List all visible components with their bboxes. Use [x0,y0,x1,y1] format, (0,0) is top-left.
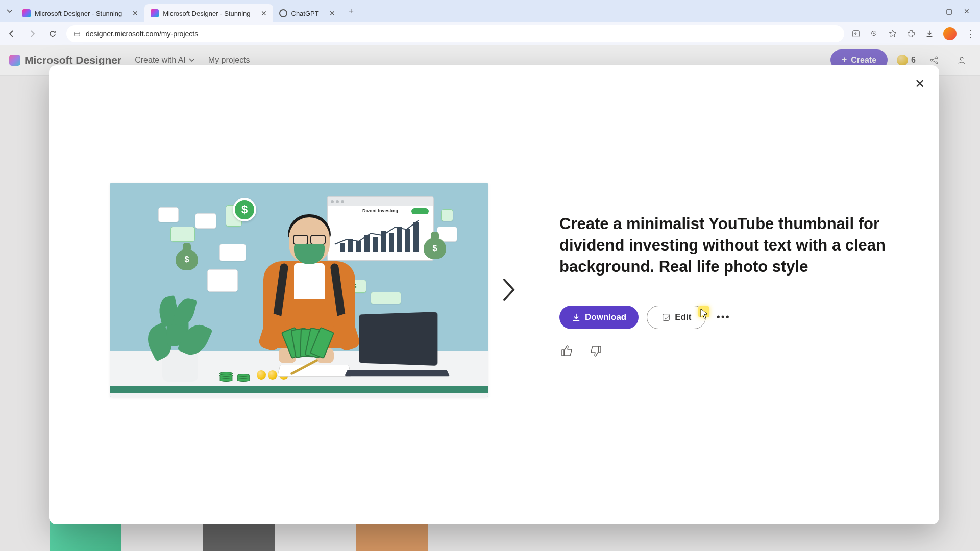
action-row: Download Edit ••• [559,306,906,329]
browser-tab-2[interactable]: ChatGPT ✕ [273,4,341,22]
download-icon [572,313,581,322]
extensions-icon[interactable] [906,29,916,38]
maximize-icon[interactable]: ▢ [946,7,952,15]
tab-title: Microsoft Designer - Stunning [35,10,122,17]
prompt-text: Create a minimalist YouTube thumbnail fo… [559,213,906,278]
zoom-icon[interactable] [870,29,879,38]
browser-tab-strip: Microsoft Designer - Stunning ✕ Microsof… [0,0,980,22]
close-window-icon[interactable]: ✕ [964,7,970,15]
divider [559,293,906,293]
svg-rect-0 [75,32,80,36]
install-app-icon[interactable] [851,29,861,38]
design-preview-image[interactable]: Divont Investing [110,183,488,397]
preview-container: Divont Investing [110,183,488,397]
tab-close-icon[interactable]: ✕ [329,9,335,17]
new-tab-button[interactable]: + [345,5,358,18]
design-details-panel: Create a minimalist YouTube thumbnail fo… [559,183,906,359]
minimize-icon[interactable]: ― [927,7,935,15]
next-image-button[interactable] [497,278,521,302]
tab-title: Microsoft Designer - Stunning [163,10,250,17]
toolbar-right: ⋮ [851,27,975,40]
site-info-icon[interactable] [74,30,81,37]
browser-tab-0[interactable]: Microsoft Designer - Stunning ✕ [16,4,144,22]
feedback-row [559,343,906,359]
url-field[interactable]: designer.microsoft.com/my-projects [66,25,844,42]
close-modal-button[interactable]: ✕ [911,74,929,93]
tab-close-icon[interactable]: ✕ [261,9,267,17]
profile-avatar[interactable] [943,27,957,40]
browser-address-bar: designer.microsoft.com/my-projects ⋮ [0,22,980,45]
tab-title: ChatGPT [291,10,319,17]
edit-button[interactable]: Edit [647,306,706,329]
browser-tab-1[interactable]: Microsoft Designer - Stunning ✕ [144,4,273,22]
edit-icon [662,313,671,322]
app-viewport: Microsoft Designer Create with AI My pro… [0,45,980,551]
kebab-menu-icon[interactable]: ⋮ [966,28,975,39]
designer-favicon [151,9,159,17]
downloads-icon[interactable] [925,29,934,38]
chatgpt-favicon [279,9,287,17]
tab-search-dropdown[interactable] [3,5,16,18]
cursor-highlight [698,306,709,317]
svg-line-4 [876,35,878,37]
thumbs-down-button[interactable] [588,343,603,359]
nav-back-button[interactable] [5,27,18,40]
thumbs-up-button[interactable] [559,343,575,359]
bookmark-star-icon[interactable] [888,29,897,38]
tab-close-icon[interactable]: ✕ [132,9,138,17]
reload-button[interactable] [46,27,59,40]
chevron-down-icon [7,8,13,14]
url-text: designer.microsoft.com/my-projects [86,30,198,38]
window-controls: ― ▢ ✕ [927,7,977,15]
more-actions-button[interactable]: ••• [714,308,732,327]
designer-favicon [22,9,31,17]
nav-forward-button[interactable] [26,27,39,40]
design-detail-modal: ✕ Divont Investing [49,65,939,524]
download-button[interactable]: Download [559,306,639,329]
